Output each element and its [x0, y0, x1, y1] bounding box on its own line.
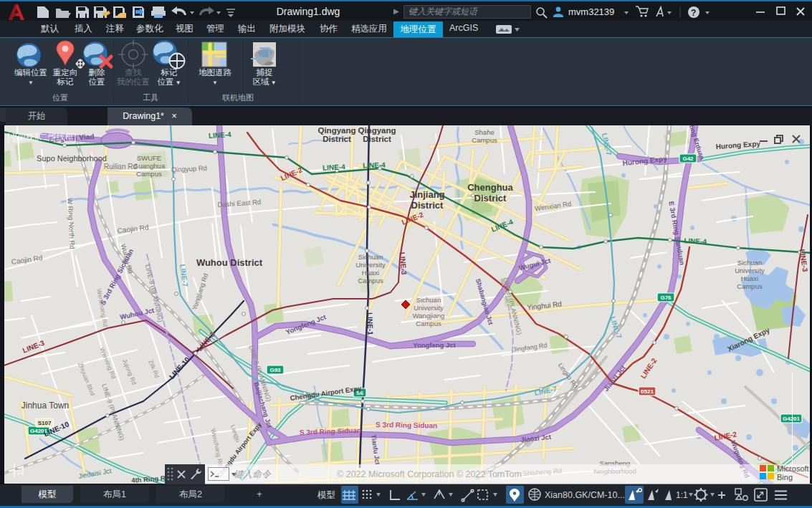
svg-text:1:1: 1:1 — [676, 490, 688, 500]
svg-text:S 3rd Ring Siduan: S 3rd Ring Siduan — [376, 421, 437, 430]
svg-text:0521: 0521 — [641, 388, 654, 395]
svg-text:Wangjiang: Wangjiang — [413, 312, 445, 320]
svg-text:Campus: Campus — [737, 282, 763, 290]
svg-text:Qingyang: Qingyang — [358, 126, 396, 135]
svg-text:University: University — [735, 267, 765, 274]
svg-text:Huaxi: Huaxi — [362, 269, 379, 277]
svg-text:Campus: Campus — [472, 136, 497, 144]
svg-text:Xian80.GK/CM-10...: Xian80.GK/CM-10... — [545, 490, 625, 500]
svg-text:S107: S107 — [38, 420, 52, 426]
svg-text:G93: G93 — [269, 367, 281, 373]
svg-text:LINE-4: LINE-4 — [684, 236, 707, 246]
svg-text:Sichuan: Sichuan — [416, 296, 441, 304]
svg-text:Ruilian Rd: Ruilian Rd — [104, 163, 137, 171]
svg-text:Sichuan: Sichuan — [358, 253, 383, 261]
svg-text:Huaxi: Huaxi — [741, 274, 758, 282]
svg-text:mvm32139: mvm32139 — [568, 6, 614, 17]
svg-text:Sichuan: Sichuan — [737, 259, 762, 267]
svg-text:Jinhua Town: Jinhua Town — [22, 401, 70, 411]
svg-text:G76: G76 — [660, 294, 672, 301]
svg-text:District: District — [363, 135, 391, 143]
svg-text:G42: G42 — [682, 155, 694, 162]
svg-text:District: District — [323, 135, 351, 143]
svg-text:LINE-4: LINE-4 — [323, 163, 346, 172]
svg-text:Campus: Campus — [416, 320, 441, 327]
svg-text:模型: 模型 — [317, 490, 335, 500]
svg-text:Microsoft: Microsoft — [777, 464, 809, 473]
svg-text:Guanghua: Guanghua — [133, 162, 166, 170]
svg-text:Wuhou District: Wuhou District — [196, 257, 263, 268]
svg-text:LINE-1: LINE-1 — [366, 312, 374, 335]
svg-text:District: District — [411, 200, 444, 211]
svg-text:Qingyang: Qingyang — [317, 126, 355, 135]
svg-text:Jinjiang: Jinjiang — [409, 189, 444, 200]
svg-text:LINE-4: LINE-4 — [363, 160, 386, 169]
svg-text:LINE-4: LINE-4 — [209, 130, 232, 140]
svg-text:University: University — [355, 261, 386, 269]
svg-text:Supo Neighborhood: Supo Neighborhood — [37, 154, 107, 163]
svg-text:Bing: Bing — [777, 473, 793, 481]
svg-text:District: District — [474, 193, 507, 203]
svg-text:?: ? — [691, 8, 696, 18]
svg-text:Campus: Campus — [358, 277, 383, 284]
svg-text:University: University — [414, 304, 444, 312]
svg-text:SWUFE: SWUFE — [137, 154, 161, 162]
svg-text:Shahe: Shahe — [474, 128, 494, 136]
svg-text:Chenghua: Chenghua — [467, 182, 513, 193]
svg-text:Yongfeng Jct: Yongfeng Jct — [413, 341, 456, 349]
svg-text:Campus: Campus — [136, 170, 162, 178]
